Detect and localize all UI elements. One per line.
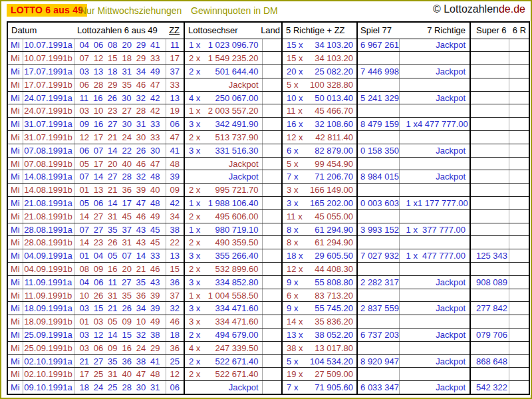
fuenf-amount: 100 328.80 [310, 80, 353, 90]
lotto-number: 35 [136, 277, 146, 287]
spiel77-cell [357, 236, 399, 249]
fuenf-count: 9 x [287, 277, 298, 287]
sieben-amount: 377 777.00 [422, 225, 466, 235]
weekday-cell: Mi [7, 184, 23, 197]
weekday-cell: Mi [7, 289, 23, 302]
lotto-number: 14 [108, 198, 117, 208]
lotto-number: 06 [94, 343, 103, 353]
spiel77-cell: 8 984 015 [357, 170, 399, 184]
date-cell: 11.09.1991b [23, 289, 74, 302]
fuenf-count: 7 x [287, 172, 298, 182]
land-cell [262, 249, 282, 263]
fuenf-amount: 45 466.70 [315, 106, 353, 116]
fuenf-count: 15 x [287, 40, 303, 50]
sechser-amount: 1 023 096.70 [208, 40, 259, 50]
sechser-count: 2 x [189, 53, 200, 63]
super6-cell: 079 706 [470, 329, 509, 342]
lotto-number: 07 [94, 146, 103, 156]
lotto-number: 28 [122, 172, 131, 182]
super6-cell: 277 842 [470, 302, 509, 315]
header-super6: Super 6 [471, 25, 507, 35]
sechser-amount: 331 516.30 [215, 146, 258, 156]
table-row: Mi 25.09.1991a 031214153238 18 2 x494 67… [7, 329, 529, 342]
fuenf-count: 11 x [287, 211, 303, 221]
lotto-number: 03 [80, 330, 89, 340]
lotto-number: 36 [122, 356, 131, 366]
spiel77-cell [357, 341, 399, 354]
lotto-number: 47 [136, 369, 146, 379]
date-cell: 25.09.1991b [23, 341, 74, 354]
zusatzzahl-cell: 11 [166, 39, 184, 52]
top-bar: LOTTO 6 aus 49 Nur Mittwochsziehungen Ge… [1, 1, 531, 21]
copyright-site-link[interactable]: © Lottozahlende.de [433, 3, 525, 15]
sieben-richtige-cell [399, 263, 470, 276]
lotto-numbers-cell: 040608202941 [74, 39, 166, 52]
table-row: Mi 21.08.1991a 050614174748 42 1 x1 988 … [7, 197, 529, 210]
lottosechser-cell: 3 x334 471.60 [184, 302, 262, 315]
sechs-r-cell [509, 249, 529, 263]
spiel77-cell: 3 993 152 [357, 223, 399, 236]
lotto-number: 39 [150, 303, 160, 313]
fuenf-amount: 165 202.00 [310, 198, 353, 208]
fuenf-richtige-cell: 16 x32 108.60 [282, 118, 357, 131]
zusatzzahl-cell: 47 [166, 131, 184, 144]
lotto-number: 06 [80, 80, 89, 90]
lotto-number: 49 [150, 211, 160, 221]
sechs-r-cell [509, 78, 529, 91]
lotto-number: 17 [94, 132, 103, 142]
lotto-number: 30 [136, 382, 146, 392]
weekday-cell: Mi [7, 78, 23, 91]
table-row: Mi 24.07.1991a 111626303242 13 4 x250 06… [7, 91, 529, 104]
super6-cell: 868 648 [470, 354, 509, 368]
weekday-cell: Mi [7, 354, 23, 368]
sechser-count: 4 x [189, 93, 200, 103]
lotto-number: 47 [150, 159, 160, 169]
lotto-number: 21 [108, 303, 117, 313]
spiel77-cell [357, 157, 399, 170]
lotto-number: 40 [122, 369, 131, 379]
lotto-numbers-cell: 071427283248 [74, 170, 166, 184]
sechser-amount: 1 988 106.40 [208, 198, 259, 208]
lotto-number: 15 [122, 330, 131, 340]
lotto-number: 03 [80, 343, 89, 353]
super6-cell [470, 157, 509, 170]
weekday-cell: Mi [7, 209, 23, 223]
sechs-r-cell [509, 302, 529, 315]
zusatzzahl-cell: 41 [166, 144, 184, 157]
sechser-amount: 522 671.40 [215, 369, 258, 379]
weekday-cell: Mi [7, 263, 23, 276]
lotto-number: 21 [108, 132, 117, 142]
zusatzzahl-cell: 15 [166, 263, 184, 276]
sechser-amount: 494 679.00 [215, 330, 258, 340]
lotto-numbers-cell: 050614174748 [74, 197, 166, 210]
lotto-number: 26 [108, 237, 117, 247]
sieben-richtige-cell: Jackpot [399, 39, 470, 52]
sieben-amount: Jackpot [436, 40, 466, 50]
land-cell [262, 184, 282, 197]
lotto-number: 08 [80, 264, 89, 274]
lotto-number: 46 [150, 264, 160, 274]
sieben-amount: 4 477 777.00 [418, 119, 468, 129]
sechs-r-cell [509, 289, 529, 302]
fuenf-richtige-cell: 14 x35 836.20 [282, 315, 357, 329]
fuenf-count: 18 x [287, 251, 303, 261]
date-cell: 11.09.1991a [23, 275, 74, 289]
land-cell [262, 329, 282, 342]
lotto-number: 14 [108, 330, 117, 340]
land-cell [262, 315, 282, 329]
lotto-number: 31 [108, 291, 117, 301]
lotto-number: 18 [122, 53, 131, 63]
lotto-number: 03 [80, 106, 89, 116]
sieben-amount: 477 777.00 [422, 251, 466, 261]
lotto-number: 14 [94, 172, 103, 182]
lotto-number: 03 [80, 66, 89, 76]
lotto-numbers-cell: 010405071433 [74, 249, 166, 263]
lotto-number: 07 [80, 172, 89, 182]
zusatzzahl-cell: 12 [166, 368, 184, 381]
lotto-number: 17 [94, 159, 103, 169]
spiel77-cell: 0 158 350 [357, 144, 399, 157]
fuenf-richtige-cell: 8 x61 294.90 [282, 223, 357, 236]
lottosechser-cell: 2 x522 671.40 [184, 368, 262, 381]
fuenf-richtige-cell: 6 x83 713.20 [282, 289, 357, 302]
lotto-number: 01 [80, 317, 89, 327]
